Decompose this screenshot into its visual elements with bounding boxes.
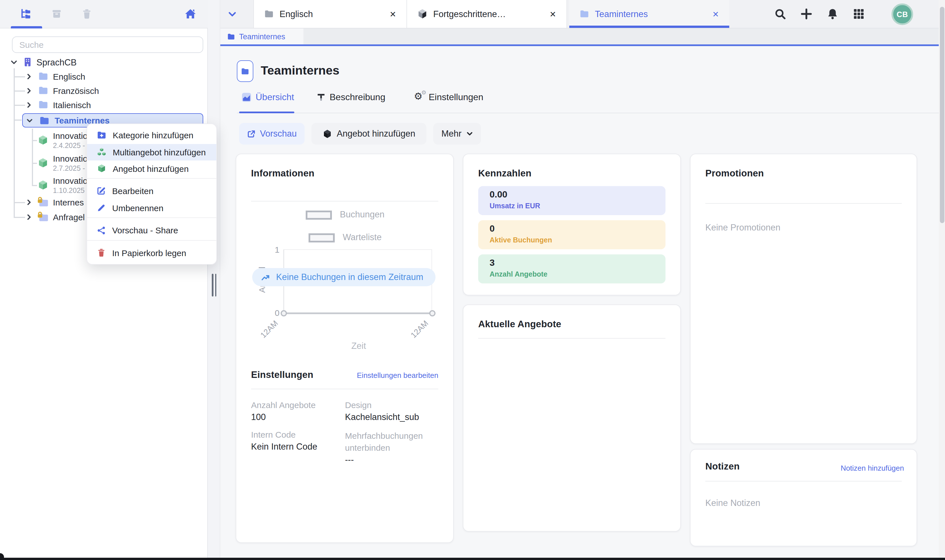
archive-icon[interactable] — [51, 9, 62, 19]
close-icon[interactable]: ✕ — [713, 9, 719, 18]
chart-endpoint-marker — [429, 310, 435, 316]
tree-connector-stub — [32, 185, 37, 186]
tree-item-offer[interactable]: Innovatio — [53, 154, 88, 163]
folder-icon — [38, 72, 48, 81]
add-icon[interactable] — [800, 8, 813, 20]
app-window: SprachCB Englisch Französisch Italienisc… — [0, 0, 945, 560]
cube-icon — [417, 9, 428, 19]
sidebar-splitter[interactable] — [208, 0, 220, 560]
more-button[interactable]: Mehr — [433, 123, 481, 145]
menu-separator — [87, 217, 216, 218]
tab-label: Teaminternes — [595, 9, 707, 19]
tab-uebersicht[interactable]: Übersicht — [255, 92, 294, 102]
chevron-down-icon[interactable] — [10, 58, 18, 66]
divider — [478, 338, 665, 338]
search-icon[interactable] — [774, 8, 786, 20]
add-offer-button[interactable]: Angebot hinzufügen — [311, 123, 426, 145]
tree-item[interactable]: Englisch — [53, 72, 85, 82]
close-icon[interactable]: ✕ — [549, 9, 556, 18]
close-icon[interactable]: ✕ — [390, 9, 396, 18]
chevron-down-icon — [466, 130, 473, 137]
field-value: --- — [345, 455, 354, 465]
folder-icon — [227, 33, 235, 40]
stat-label: Umsatz in EUR — [489, 202, 540, 210]
menu-item-vorschau-share[interactable]: Vorschau - Share — [87, 222, 216, 239]
menu-item-umbenennen[interactable]: Umbenennen — [87, 200, 216, 216]
tree-item[interactable]: Italienisch — [53, 100, 91, 110]
tree-item-locked[interactable]: Internes — [53, 197, 84, 207]
trash-icon[interactable] — [82, 9, 92, 19]
context-menu: Kategorie hinzufügen Multiangebot hinzuf… — [86, 123, 217, 265]
menu-item-label: Kategorie hinzufügen — [113, 131, 194, 140]
section-tabs-border — [237, 113, 939, 113]
menu-item-angebot-hinzufuegen[interactable]: Angebot hinzufügen — [87, 160, 216, 177]
tree-connector-stub — [14, 76, 25, 77]
legend-swatch-warteliste — [309, 233, 335, 242]
tree-view-icon[interactable] — [20, 9, 31, 20]
folder-icon — [241, 68, 249, 75]
card-title: Kennzahlen — [478, 168, 531, 179]
chevron-right-icon[interactable] — [26, 101, 32, 109]
card-kennzahlen: Kennzahlen 0.00 Umsatz in EUR 0 Aktive B… — [463, 154, 681, 295]
document-tab[interactable]: Englisch ✕ — [253, 0, 407, 28]
menu-item-multiangebot-hinzufuegen[interactable]: Multiangebot hinzufügen — [87, 144, 216, 160]
tree-item[interactable]: Französisch — [53, 86, 99, 95]
tree-item-offer[interactable]: Innovatio — [53, 131, 88, 141]
stat-value: 0 — [489, 224, 495, 234]
locked-folder-icon — [37, 196, 49, 208]
menu-item-label: Vorschau - Share — [112, 226, 178, 235]
tree-item-offer[interactable]: Innovatio — [53, 176, 88, 186]
edit-settings-link[interactable]: Einstellungen bearbeiten — [357, 371, 438, 380]
tab-beschreibung[interactable]: Beschreibung — [329, 92, 385, 102]
menu-item-kategorie-hinzufuegen[interactable]: Kategorie hinzufügen — [87, 127, 216, 144]
chevron-right-icon[interactable] — [26, 214, 32, 221]
breadcrumb[interactable]: Teaminternes — [239, 32, 285, 41]
splitter-handle[interactable] — [212, 274, 213, 297]
apps-grid-icon[interactable] — [853, 8, 865, 20]
menu-item-label: Multiangebot hinzufügen — [113, 148, 206, 157]
menu-item-label: Umbenennen — [112, 203, 163, 213]
home-icon[interactable] — [185, 8, 196, 20]
settings-section-title: Einstellungen — [251, 369, 313, 380]
settings-gears-icon: ⚙ ⚙ — [414, 91, 428, 103]
folder-icon — [38, 86, 48, 95]
tree-connector-stub — [14, 91, 25, 91]
offer-dates: 2.4.2025 - 2 — [53, 142, 91, 150]
tree-item-root[interactable]: SprachCB — [37, 57, 77, 68]
chevron-down-icon[interactable] — [26, 117, 33, 124]
document-tab[interactable]: Fortgeschrittene… ✕ — [407, 0, 567, 28]
external-link-icon — [247, 129, 255, 138]
card-title: Notizen — [705, 461, 740, 472]
active-tab-underline — [569, 26, 729, 28]
menu-item-in-papierkorb-legen[interactable]: In Papierkorb legen — [87, 245, 216, 261]
divider — [705, 481, 902, 482]
tree-connector-stub — [14, 217, 25, 218]
offer-cube-icon — [38, 180, 48, 191]
add-note-link[interactable]: Notizen hinzufügen — [840, 464, 904, 472]
splitter-handle[interactable] — [215, 274, 216, 297]
card-informationen: Informationen Buchungen Warteliste 1 0 A… — [235, 154, 454, 543]
chevron-right-icon[interactable] — [26, 73, 32, 80]
tree-connector-vertical-sub — [32, 129, 33, 185]
notifications-bell-icon[interactable] — [826, 8, 839, 20]
search-input[interactable] — [12, 37, 203, 53]
scrollbar-thumb[interactable] — [940, 7, 944, 223]
menu-separator — [87, 240, 216, 240]
avatar[interactable]: CB — [891, 3, 913, 25]
document-tab-active[interactable]: Teaminternes ✕ — [569, 0, 729, 28]
preview-button[interactable]: Vorschau — [239, 123, 305, 145]
chevron-right-icon[interactable] — [26, 87, 32, 94]
tab-einstellungen[interactable]: Einstellungen — [429, 92, 483, 102]
pencil-icon — [97, 203, 106, 212]
x-tick: 12AM — [259, 315, 283, 340]
menu-item-bearbeiten[interactable]: Bearbeiten — [87, 182, 216, 199]
offer-cube-icon — [38, 158, 48, 169]
card-title: Aktuelle Angebote — [478, 319, 561, 329]
stat-value: 3 — [489, 258, 495, 268]
x-axis-label: Zeit — [293, 341, 424, 351]
tabs-chevron-down-icon[interactable] — [228, 10, 237, 19]
folder-icon — [38, 100, 48, 109]
chevron-right-icon[interactable] — [26, 198, 32, 206]
card-aktuelle-angebote: Aktuelle Angebote — [463, 305, 681, 532]
tree-item-locked[interactable]: Anfragel — [53, 212, 85, 222]
